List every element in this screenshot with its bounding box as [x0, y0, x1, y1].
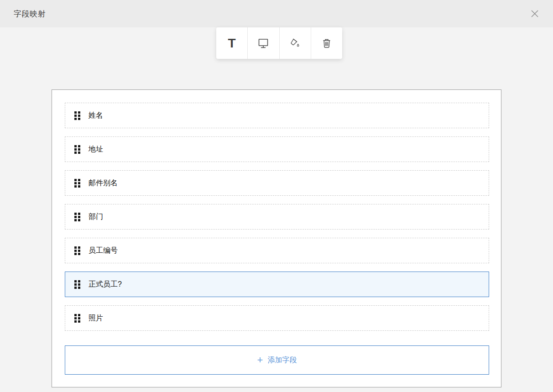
- dialog-header: 字段映射: [0, 0, 553, 27]
- field-row-address[interactable]: 地址: [65, 136, 489, 162]
- add-field-label: 添加字段: [267, 355, 297, 365]
- monitor-icon: [257, 37, 270, 50]
- toolbar: T: [216, 27, 342, 59]
- field-row-photo[interactable]: 照片: [65, 305, 489, 331]
- drag-handle-icon[interactable]: [74, 179, 80, 188]
- drag-handle-icon[interactable]: [74, 246, 80, 255]
- field-row-full-time-selected[interactable]: 正式员工?: [65, 272, 489, 297]
- drag-handle-icon[interactable]: [74, 280, 80, 289]
- drag-handle-icon[interactable]: [74, 314, 80, 323]
- fill-tool-button[interactable]: [280, 27, 311, 59]
- dialog-title: 字段映射: [14, 9, 46, 19]
- field-row-name[interactable]: 姓名: [65, 103, 489, 128]
- paint-bucket-icon: [289, 37, 302, 50]
- display-tool-button[interactable]: [248, 27, 279, 59]
- field-row-department[interactable]: 部门: [65, 204, 489, 230]
- field-label: 姓名: [89, 111, 103, 120]
- close-button[interactable]: [527, 5, 543, 22]
- text-tool-button[interactable]: T: [216, 27, 248, 59]
- field-label: 地址: [89, 145, 103, 154]
- field-label: 照片: [89, 314, 103, 323]
- add-field-button[interactable]: + 添加字段: [65, 345, 489, 375]
- close-icon: [529, 8, 540, 19]
- drag-handle-icon[interactable]: [74, 111, 80, 120]
- trash-icon: [320, 37, 333, 50]
- drag-handle-icon[interactable]: [74, 145, 80, 154]
- drag-handle-icon[interactable]: [74, 213, 80, 221]
- delete-tool-button[interactable]: [311, 27, 342, 59]
- field-label: 员工编号: [89, 246, 118, 256]
- field-label: 邮件别名: [89, 178, 118, 188]
- field-row-employee-id[interactable]: 员工编号: [65, 238, 489, 263]
- plus-icon: +: [257, 355, 263, 365]
- field-label: 部门: [89, 212, 103, 222]
- field-row-email-alias[interactable]: 邮件别名: [65, 170, 489, 196]
- field-label: 正式员工?: [89, 280, 122, 289]
- field-list-panel: 姓名 地址 邮件别名 部门 员工编号 正式员工? 照片 + 添加字段: [52, 89, 501, 387]
- text-icon: T: [228, 37, 236, 50]
